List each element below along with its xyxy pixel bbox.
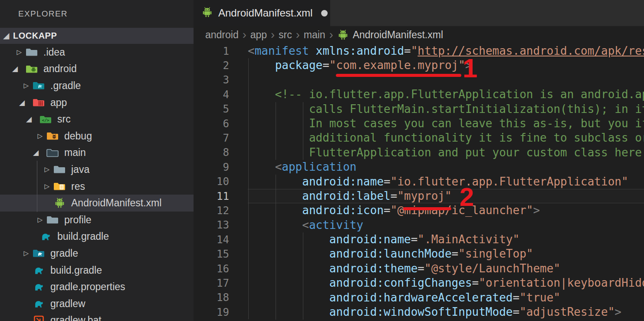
red-number-1: 1 — [463, 57, 477, 80]
tree-item-java[interactable]: ▷java — [0, 161, 194, 178]
code-line-2: 2 package="com.example.myproj"> — [194, 58, 644, 73]
code-line-4: 4 <!-- io.flutter.app.FlutterApplication… — [194, 87, 644, 102]
code-line-7: 7 additional functionality it is fine to… — [194, 131, 644, 145]
code-line-11: 11 android:label="myproj" — [194, 189, 644, 203]
line-number: 18 — [194, 291, 229, 304]
tree-item-gradle[interactable]: ▷gradle — [0, 245, 194, 262]
folder-open-icon — [46, 147, 59, 159]
svg-text:</>: </> — [42, 117, 49, 122]
line-number: 3 — [194, 74, 229, 86]
tree-item-gradle.properties[interactable]: gradle.properties — [0, 278, 194, 295]
tree-item-label: src — [57, 113, 71, 125]
code-line-12: 12 android:icon="@mipmap/ic_launcher"> — [194, 203, 644, 218]
tree-item-label: debug — [64, 130, 92, 142]
vscode-window: EXPLORER ◢ LOCKAPP ▷.idea◢ android▷.grad… — [0, 0, 644, 321]
chevron-collapsed-icon[interactable]: ▷ — [17, 82, 32, 89]
tree-item-main[interactable]: ◢main — [0, 145, 194, 162]
breadcrumb: android›app›src›main› AndroidManifest.xm… — [194, 26, 644, 44]
project-section-header[interactable]: ◢ LOCKAPP — [0, 28, 194, 44]
folder-app-icon — [32, 97, 45, 108]
tree-item-label: res — [71, 181, 85, 192]
tree-item-gradlew[interactable]: gradlew — [0, 295, 194, 312]
folder-gradle2-icon — [32, 248, 45, 259]
tree-item-label: AndroidManifest.xml — [71, 197, 161, 209]
modified-dot-icon[interactable] — [321, 10, 328, 17]
chevron-collapsed-icon[interactable]: ▷ — [31, 132, 46, 140]
chevron-expanded-icon[interactable]: ◢ — [24, 115, 39, 124]
chevron-collapsed-icon[interactable]: ▷ — [31, 216, 46, 224]
indent-guide — [303, 102, 303, 160]
chevron-collapsed-icon[interactable]: ▷ — [17, 249, 32, 257]
red-underline-1 — [336, 74, 461, 77]
code-editor[interactable]: 1<manifest xmlns:android="http://schemas… — [194, 44, 644, 321]
tree-item-src[interactable]: ◢</>src — [0, 111, 194, 128]
tab-androidmanifest[interactable]: AndroidManifest.xml — [194, 0, 330, 26]
tree-item-android[interactable]: ◢ android — [0, 61, 194, 78]
code-line-5: 5 calls FlutterMain.startInitialization(… — [194, 102, 644, 116]
breadcrumb-item-AndroidManifest.xml[interactable]: AndroidManifest.xml — [337, 29, 443, 41]
line-number: 7 — [194, 132, 229, 144]
code-line-8: 8 FlutterApplication and put your custom… — [194, 146, 644, 160]
tree-item-label: .gradle — [50, 80, 81, 92]
android-icon — [201, 7, 213, 20]
code-line-10: 10 android:name="io.flutter.app.FlutterA… — [194, 175, 644, 189]
indent-guide — [303, 232, 303, 319]
file-gradle-icon — [32, 265, 45, 276]
folder-android-icon — [25, 63, 38, 75]
folder-plain-icon — [53, 164, 66, 175]
breadcrumb-item-main[interactable]: main — [304, 29, 325, 41]
tree-item-label: profile — [64, 214, 92, 226]
tree-item-.gradle[interactable]: ▷.gradle — [0, 77, 194, 94]
tree-item-res[interactable]: ▷ res — [0, 178, 194, 195]
folder-plain-icon — [46, 214, 59, 225]
line-number: 16 — [194, 263, 229, 275]
indent-guide — [248, 58, 249, 319]
code-line-15: 15 android:launchMode="singleTop" — [194, 247, 644, 261]
chevron-collapsed-icon[interactable]: ▷ — [38, 182, 53, 190]
breadcrumb-item-src[interactable]: src — [279, 29, 292, 41]
breadcrumb-item-android[interactable]: android — [205, 29, 239, 41]
breadcrumb-item-app[interactable]: app — [250, 29, 267, 41]
indent-guide — [276, 175, 276, 320]
tree-item-build.gradle[interactable]: build.gradle — [0, 262, 194, 279]
tree-item-label: android — [43, 63, 77, 75]
file-gradle-icon — [32, 298, 45, 309]
chevron-expanded-icon[interactable]: ◢ — [0, 31, 13, 40]
folder-debug-icon — [46, 130, 59, 142]
chevron-expanded-icon[interactable]: ◢ — [17, 98, 32, 107]
tree-item-profile[interactable]: ▷profile — [0, 212, 194, 228]
indent-guide — [276, 102, 276, 160]
file-gradle-icon — [32, 281, 45, 293]
line-number: 14 — [194, 234, 229, 246]
tree-item-.idea[interactable]: ▷.idea — [0, 44, 194, 61]
code-line-14: 14 android:name=".MainActivity" — [194, 232, 644, 247]
chevron-expanded-icon[interactable]: ◢ — [31, 148, 46, 157]
line-number: 1 — [194, 45, 229, 57]
code-line-6: 6 In most cases you can leave this as-is… — [194, 116, 644, 131]
line-number: 19 — [194, 306, 229, 318]
tree-item-label: gradle — [50, 248, 78, 259]
folder-plain-icon — [25, 46, 38, 58]
tree-item-AndroidManifest.xml[interactable]: AndroidManifest.xml — [0, 195, 194, 212]
line-number: 5 — [194, 103, 229, 115]
red-number-2: 2 — [460, 186, 474, 208]
code-line-9: 9 <application — [194, 160, 644, 174]
breadcrumb-chevron-icon: › — [296, 29, 300, 41]
line-number: 2 — [194, 60, 229, 72]
line-number: 11 — [194, 190, 229, 202]
tree-item-label: java — [71, 164, 89, 175]
file-bat-icon — [32, 315, 45, 321]
tree-item-build.gradle[interactable]: build.gradle — [0, 228, 194, 245]
file-tree: ▷.idea◢ android▷.gradle◢app◢</>src▷ debu… — [0, 44, 194, 321]
tree-item-app[interactable]: ◢app — [0, 94, 194, 111]
folder-src-icon: </> — [39, 114, 52, 125]
chevron-expanded-icon[interactable]: ◢ — [10, 64, 25, 73]
tree-item-debug[interactable]: ▷ debug — [0, 128, 194, 145]
chevron-collapsed-icon[interactable]: ▷ — [38, 165, 53, 173]
chevron-collapsed-icon[interactable]: ▷ — [10, 48, 25, 56]
folder-gradle-icon — [32, 80, 45, 91]
android-icon — [337, 29, 349, 41]
tree-item-gradlew.bat[interactable]: gradlew.bat — [0, 312, 194, 321]
code-line-16: 16 android:theme="@style/LaunchTheme" — [194, 261, 644, 276]
tree-item-label: gradlew.bat — [50, 314, 102, 321]
